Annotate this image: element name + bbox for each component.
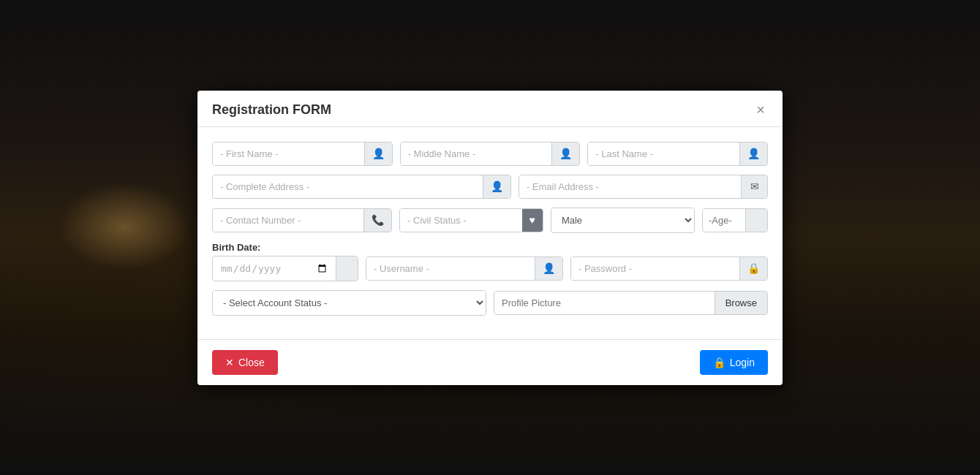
address-group: 👤 — [212, 175, 511, 199]
address-input[interactable] — [213, 175, 483, 198]
birthdate-section: Birth Date: 👤 🔒 — [212, 242, 768, 281]
profile-picture-group: Browse — [494, 291, 768, 315]
user-icon-1: 👤 — [364, 142, 392, 165]
user-icon-3: 👤 — [739, 142, 767, 165]
username-input[interactable] — [366, 257, 535, 280]
password-group: 🔒 — [570, 256, 768, 281]
password-input[interactable] — [571, 257, 739, 280]
modal-overlay: Registration FORM × 👤 👤 👤 — [197, 91, 783, 385]
lock-icon: 🔒 — [739, 257, 767, 280]
date-input[interactable] — [213, 256, 336, 281]
account-status-group: - Select Account Status - Active Inactiv… — [212, 290, 486, 316]
registration-modal: Registration FORM × 👤 👤 👤 — [197, 91, 783, 385]
date-extra-icon — [336, 256, 358, 281]
middle-name-group: 👤 — [400, 142, 581, 166]
date-group — [212, 256, 358, 281]
close-button-label: Close — [238, 357, 265, 368]
email-group: ✉ — [519, 175, 768, 199]
last-name-input[interactable] — [588, 142, 739, 165]
user-icon-2: 👤 — [551, 142, 579, 165]
contact-input[interactable] — [213, 209, 363, 232]
heart-icon: ♥ — [522, 209, 543, 232]
username-icon: 👤 — [535, 257, 562, 280]
browse-button[interactable]: Browse — [715, 292, 767, 314]
close-button[interactable]: ✕ Close — [212, 350, 278, 375]
civil-status-input[interactable] — [400, 209, 522, 232]
birth-date-label: Birth Date: — [212, 242, 768, 253]
account-status-select[interactable]: - Select Account Status - Active Inactiv… — [213, 291, 486, 315]
close-x-icon: ✕ — [225, 357, 234, 368]
last-name-group: 👤 — [587, 142, 768, 166]
civil-status-group: ♥ — [399, 208, 543, 232]
address-email-row: 👤 ✉ — [212, 175, 768, 199]
close-x-button[interactable]: × — [753, 102, 768, 117]
first-name-input[interactable] — [213, 142, 364, 165]
age-input[interactable] — [703, 209, 745, 232]
modal-title: Registration FORM — [212, 102, 331, 118]
middle-name-input[interactable] — [401, 142, 552, 165]
gender-group: Male Female Other — [551, 208, 695, 233]
phone-icon: 📞 — [363, 209, 391, 232]
email-input[interactable] — [519, 175, 741, 198]
modal-header: Registration FORM × — [197, 91, 783, 127]
age-icon — [745, 209, 767, 232]
lock-login-icon: 🔒 — [713, 357, 725, 368]
gender-select[interactable]: Male Female Other — [551, 208, 694, 232]
contact-group: 📞 — [212, 208, 392, 232]
modal-body: 👤 👤 👤 👤 ✉ — [197, 127, 783, 339]
address-icon: 👤 — [483, 175, 510, 198]
profile-picture-input[interactable] — [494, 292, 715, 314]
status-profile-row: - Select Account Status - Active Inactiv… — [212, 290, 768, 316]
login-button-label: Login — [730, 357, 755, 368]
birthdate-row: 👤 🔒 — [212, 256, 768, 281]
age-group — [702, 208, 768, 232]
modal-footer: ✕ Close 🔒 Login — [197, 339, 783, 385]
username-group: 👤 — [366, 256, 563, 281]
login-button[interactable]: 🔒 Login — [700, 350, 768, 375]
first-name-group: 👤 — [212, 142, 393, 166]
email-icon: ✉ — [741, 175, 767, 198]
contact-civil-row: 📞 ♥ Male Female Other — [212, 208, 768, 233]
name-row: 👤 👤 👤 — [212, 142, 768, 166]
